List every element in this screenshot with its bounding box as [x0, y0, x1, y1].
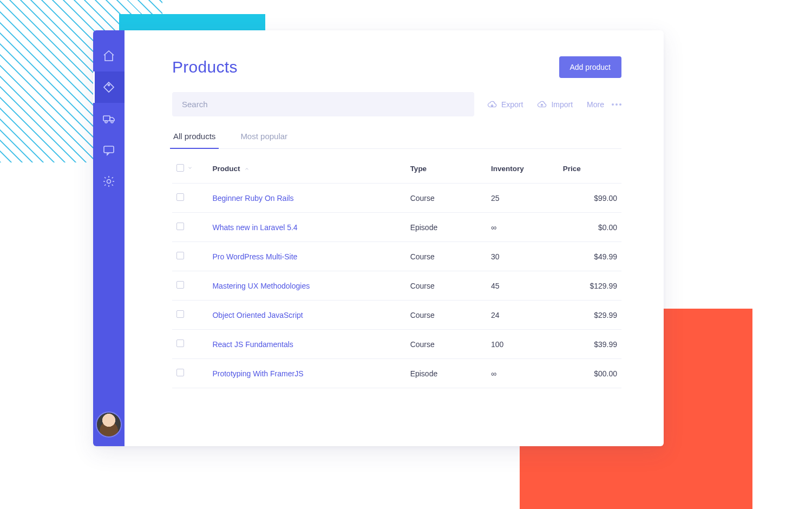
export-label: Export	[501, 100, 523, 109]
col-header-price[interactable]: Price	[559, 154, 621, 184]
sidebar-item-orders[interactable]	[93, 103, 125, 134]
products-table: Product Type Inventory Price Beginner Ru…	[172, 154, 621, 388]
table-row: Pro WordPress Multi-SiteCourse30$49.99	[172, 242, 621, 271]
row-checkbox[interactable]	[176, 223, 184, 230]
product-link[interactable]: Whats new in Laravel 5.4	[212, 223, 297, 232]
sort-asc-icon	[244, 166, 250, 172]
app-window: Products Add product Export Import	[93, 30, 664, 446]
col-header-type[interactable]: Type	[406, 154, 487, 184]
product-link[interactable]: Prototyping With FramerJS	[212, 369, 303, 378]
cell-price: $49.99	[559, 242, 621, 271]
product-link[interactable]: Mastering UX Methodologies	[212, 282, 310, 290]
row-checkbox[interactable]	[176, 310, 184, 318]
row-checkbox[interactable]	[176, 193, 184, 201]
cell-price: $29.99	[559, 301, 621, 330]
table-row: Object Oriented JavaScriptCourse24$29.99	[172, 301, 621, 330]
svg-point-2	[105, 121, 107, 123]
cell-inventory: 24	[487, 301, 559, 330]
cell-type: Course	[406, 242, 487, 271]
home-icon	[102, 49, 115, 62]
col-header-inventory[interactable]: Inventory	[487, 154, 559, 184]
toolbar-actions: Export Import More	[487, 100, 621, 109]
dots-icon	[612, 103, 621, 106]
product-link[interactable]: Beginner Ruby On Rails	[212, 194, 293, 203]
cell-price: $129.99	[559, 271, 621, 301]
cell-type: Course	[406, 184, 487, 213]
sidebar-item-settings[interactable]	[93, 166, 125, 197]
cell-type: Course	[406, 301, 487, 330]
chat-icon	[102, 143, 115, 156]
cell-type: Course	[406, 330, 487, 359]
row-checkbox[interactable]	[176, 252, 184, 259]
cell-inventory: 45	[487, 271, 559, 301]
table-header-row: Product Type Inventory Price	[172, 154, 621, 184]
page-header: Products Add product	[172, 56, 621, 78]
row-checkbox[interactable]	[176, 369, 184, 376]
cell-price: $00.00	[559, 359, 621, 388]
tab-label: Most popular	[240, 132, 287, 141]
add-product-button[interactable]: Add product	[559, 56, 622, 78]
sidebar	[93, 30, 125, 446]
row-checkbox[interactable]	[176, 281, 184, 289]
tab-most-popular[interactable]: Most popular	[239, 132, 289, 148]
table-row: Mastering UX MethodologiesCourse45$129.9…	[172, 271, 621, 301]
cloud-upload-icon	[537, 100, 547, 109]
truck-icon	[102, 112, 115, 125]
sidebar-item-products[interactable]	[93, 71, 125, 103]
import-button[interactable]: Import	[537, 100, 573, 109]
row-checkbox[interactable]	[176, 340, 184, 347]
table-row: Prototyping With FramerJSEpisode∞$00.00	[172, 359, 621, 388]
table-row: Beginner Ruby On RailsCourse25$99.00	[172, 184, 621, 213]
import-label: Import	[551, 100, 573, 109]
cell-inventory: 25	[487, 184, 559, 213]
sidebar-item-home[interactable]	[93, 40, 125, 71]
tab-all-products[interactable]: All products	[172, 132, 217, 148]
product-link[interactable]: Object Oriented JavaScript	[212, 311, 303, 319]
cell-price: $99.00	[559, 184, 621, 213]
table-row: Whats new in Laravel 5.4Episode∞$0.00	[172, 213, 621, 242]
cell-inventory: ∞	[487, 359, 559, 388]
cell-type: Episode	[406, 359, 487, 388]
product-link[interactable]: Pro WordPress Multi-Site	[212, 252, 297, 261]
cell-type: Course	[406, 271, 487, 301]
more-button[interactable]: More	[587, 100, 621, 109]
content: Products Add product Export Import	[125, 30, 664, 446]
export-button[interactable]: Export	[487, 100, 523, 109]
col-header-product[interactable]: Product	[208, 154, 405, 184]
svg-rect-1	[103, 116, 110, 121]
tab-label: All products	[173, 132, 215, 141]
chevron-down-icon[interactable]	[187, 165, 193, 171]
svg-rect-4	[104, 146, 114, 153]
more-label: More	[587, 100, 604, 109]
select-all-checkbox[interactable]	[176, 164, 184, 172]
svg-point-0	[108, 84, 110, 86]
cell-type: Episode	[406, 213, 487, 242]
gear-icon	[102, 175, 115, 188]
cell-price: $0.00	[559, 213, 621, 242]
cloud-download-icon	[487, 100, 497, 109]
cell-inventory: 100	[487, 330, 559, 359]
avatar[interactable]	[97, 413, 121, 436]
cell-inventory: 30	[487, 242, 559, 271]
svg-point-5	[107, 180, 111, 184]
svg-point-3	[111, 121, 113, 123]
search-input[interactable]	[172, 92, 474, 116]
table-row: React JS FundamentalsCourse100$39.99	[172, 330, 621, 359]
tabs: All products Most popular	[172, 132, 621, 149]
cell-inventory: ∞	[487, 213, 559, 242]
toolbar: Export Import More	[172, 92, 621, 116]
product-link[interactable]: React JS Fundamentals	[212, 340, 293, 349]
sidebar-item-messages[interactable]	[93, 134, 125, 166]
cell-price: $39.99	[559, 330, 621, 359]
tag-icon	[102, 81, 115, 94]
page-title: Products	[172, 58, 238, 76]
